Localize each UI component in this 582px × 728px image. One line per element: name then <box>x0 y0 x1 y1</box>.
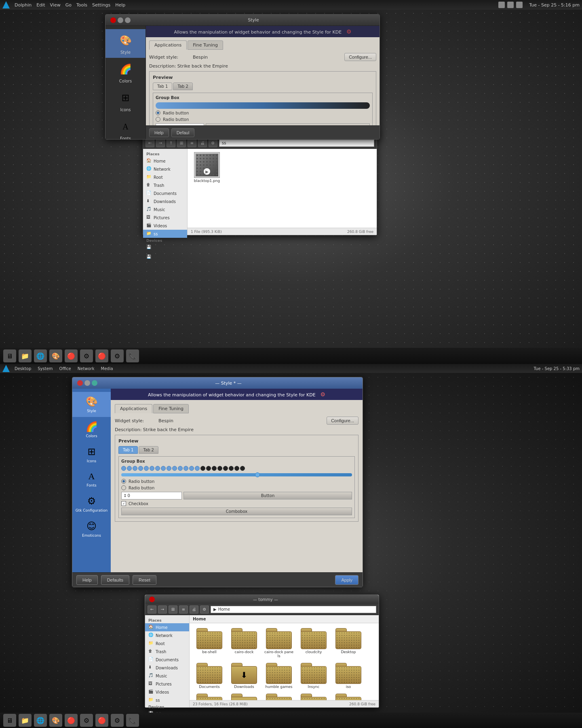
tab-finetuning-top[interactable]: Fine Tuning <box>188 40 223 50</box>
slider-top[interactable] <box>156 102 370 109</box>
max-button-top[interactable] <box>125 17 131 23</box>
dock-icon-6-bottom[interactable]: ⚙ <box>80 714 93 727</box>
dock-icon-1-top[interactable]: 🖥 <box>3 349 16 362</box>
dock-icon-9-top[interactable]: 📞 <box>126 349 139 362</box>
menu-edit[interactable]: Edit <box>36 2 45 8</box>
dock-icon-8-top[interactable]: ⚙ <box>111 349 124 362</box>
menu-desktop-bottom[interactable]: Desktop <box>15 366 31 371</box>
sidebar-item-emoticons-bottom[interactable]: 😊 Emoticons <box>72 516 111 542</box>
fm-settings-bottom[interactable]: ⚙ <box>200 605 209 614</box>
fm-path-top[interactable]: ss <box>219 140 374 147</box>
sidebar-item-colors-top[interactable]: 🌈 Colors <box>105 58 146 87</box>
fm-close-bottom[interactable] <box>149 597 155 602</box>
menu-go[interactable]: Go <box>65 2 72 8</box>
sidebar-item-icons-top[interactable]: ⊞ Icons <box>105 87 146 115</box>
menu-help[interactable]: Help <box>115 2 125 8</box>
preview-button-bottom[interactable]: Button <box>183 492 352 499</box>
menu-view[interactable]: View <box>50 2 61 8</box>
folder-humble-games[interactable]: humble games <box>262 661 295 690</box>
help-button-top[interactable]: Help <box>149 128 169 137</box>
fm-home-bottom[interactable]: 🏠 Home <box>145 623 189 631</box>
fm-view2-bottom[interactable]: ≡ <box>179 605 188 614</box>
folder-cloudcity[interactable]: cloudcity <box>297 626 330 660</box>
checkbox-bottom[interactable]: ✓ <box>121 501 126 506</box>
configure-button-bottom[interactable]: Configure... <box>327 417 358 425</box>
max-button-bottom[interactable] <box>92 380 97 386</box>
folder-be-shell[interactable]: be-shell <box>193 626 226 660</box>
folder-bespin-themes[interactable]: my bespin themes <box>297 692 330 700</box>
fm-view2-top[interactable]: ≡ <box>188 139 196 147</box>
preview-tab2-bottom[interactable]: Tab 2 <box>139 446 158 454</box>
tab-applications-bottom[interactable]: Applications <box>115 404 152 413</box>
fm-documents-top[interactable]: 📄 Documents <box>143 189 187 197</box>
fm-root-top[interactable]: 📁 Root <box>143 173 187 181</box>
fm-network-bottom[interactable]: 🌐 Network <box>145 631 189 639</box>
dock-icon-5-bottom[interactable]: 🔴 <box>65 714 78 727</box>
fm-path-bottom[interactable]: ▶ Home <box>211 606 376 613</box>
dock-icon-2-top[interactable]: 📁 <box>19 349 32 362</box>
menu-network-bottom[interactable]: Network <box>78 366 95 371</box>
tab-applications-top[interactable]: Applications <box>149 40 187 50</box>
fm-home-top[interactable]: 🏠 Home <box>143 157 187 165</box>
arch-logo-top[interactable] <box>2 1 10 8</box>
sidebar-item-colors-bottom[interactable]: 🌈 Colors <box>72 417 111 442</box>
dock-icon-4-bottom[interactable]: 🎨 <box>49 714 62 727</box>
sidebar-item-style-bottom[interactable]: 🎨 Style <box>72 392 111 417</box>
dock-icon-6-top[interactable]: ⚙ <box>80 349 93 362</box>
slider-handle-bottom[interactable] <box>255 472 260 477</box>
fm-print-bottom[interactable]: 🖨 <box>190 605 198 614</box>
fm-pictures-bottom[interactable]: 🖼 Pictures <box>145 680 189 688</box>
dock-icon-4-top[interactable]: 🎨 <box>49 349 62 362</box>
close-button-bottom[interactable] <box>77 380 83 386</box>
fm-forward-bottom[interactable]: → <box>158 605 167 614</box>
help-button-bottom[interactable]: Help <box>76 575 98 585</box>
menu-system-bottom[interactable]: System <box>38 366 53 371</box>
sidebar-item-icons-bottom[interactable]: ⊞ Icons <box>72 442 111 467</box>
folder-music[interactable]: Music <box>262 692 295 700</box>
fm-root-bottom[interactable]: 📁 Root <box>145 639 189 648</box>
fm-back-bottom[interactable]: ← <box>148 605 156 614</box>
fm-forward-top[interactable]: → <box>156 139 165 147</box>
fm-view1-bottom[interactable]: ⊞ <box>169 605 177 614</box>
folder-cairo-dock[interactable]: cairo-dock <box>228 626 261 660</box>
defaults-button-bottom[interactable]: Defaults <box>101 575 129 585</box>
dots-slider-bottom[interactable] <box>121 466 352 471</box>
folder-desktop[interactable]: Desktop <box>332 626 365 660</box>
fm-settings-top[interactable]: ⚙ <box>209 139 217 147</box>
fm-print-top[interactable]: 🖨 <box>198 139 207 147</box>
folder-cairo-dock-panels[interactable]: cairo-dock panels <box>262 626 295 660</box>
preview-tab1-bottom[interactable]: Tab 1 <box>118 446 138 454</box>
fm-downloads-top[interactable]: ⬇ Downloads <box>143 197 187 205</box>
min-button-top[interactable] <box>118 17 123 23</box>
fm-back-top[interactable]: ← <box>146 139 154 147</box>
apply-button-bottom[interactable]: Apply <box>335 575 358 585</box>
dock-icon-3-bottom[interactable]: 🌐 <box>34 714 47 727</box>
fm-videos-bottom[interactable]: 🎬 Videos <box>145 688 189 696</box>
sidebar-item-style-top[interactable]: 🎨 Style <box>105 29 146 58</box>
dock-icon-5-top[interactable]: 🔴 <box>65 349 78 362</box>
folder-downloads[interactable]: ⬇ Downloads <box>228 661 261 690</box>
dock-icon-1-bottom[interactable]: 🖥 <box>3 714 16 727</box>
menu-office-bottom[interactable]: Office <box>59 366 71 371</box>
fm-linux-top[interactable]: 💾 Linux filesystem <box>143 252 187 263</box>
dock-icon-2-bottom[interactable]: 📁 <box>19 714 32 727</box>
sidebar-item-gtk-bottom[interactable]: ⚙ Gtk Configuration <box>72 491 111 516</box>
reset-button-bottom[interactable]: Reset <box>133 575 156 585</box>
menu-tools[interactable]: Tools <box>76 2 87 8</box>
sidebar-item-fonts-bottom[interactable]: A Fonts <box>72 467 111 491</box>
folder-iso[interactable]: iso <box>332 661 365 690</box>
fm-network-top[interactable]: 🌐 Network <box>143 165 187 173</box>
tab-finetuning-bottom[interactable]: Fine Tuning <box>153 404 189 413</box>
fm-downloads-bottom[interactable]: ⬇ Downloads <box>145 664 189 672</box>
folder-keypass[interactable]: keypass <box>193 692 226 700</box>
radio2-top[interactable] <box>156 117 160 122</box>
menu-settings[interactable]: Settings <box>92 2 110 8</box>
fm-pictures-top[interactable]: 🖼 Pictures <box>143 214 187 222</box>
radio2-bottom[interactable] <box>121 485 126 490</box>
fm-music-bottom[interactable]: 🎵 Music <box>145 672 189 680</box>
arch-logo-bottom[interactable] <box>2 365 10 372</box>
fm-trash-bottom[interactable]: 🗑 Trash <box>145 648 189 656</box>
fm-ss-bottom[interactable]: 📁 ss <box>145 696 189 704</box>
folder-documents[interactable]: Documents <box>193 661 226 690</box>
menu-dolphin[interactable]: Dolphin <box>15 2 32 8</box>
